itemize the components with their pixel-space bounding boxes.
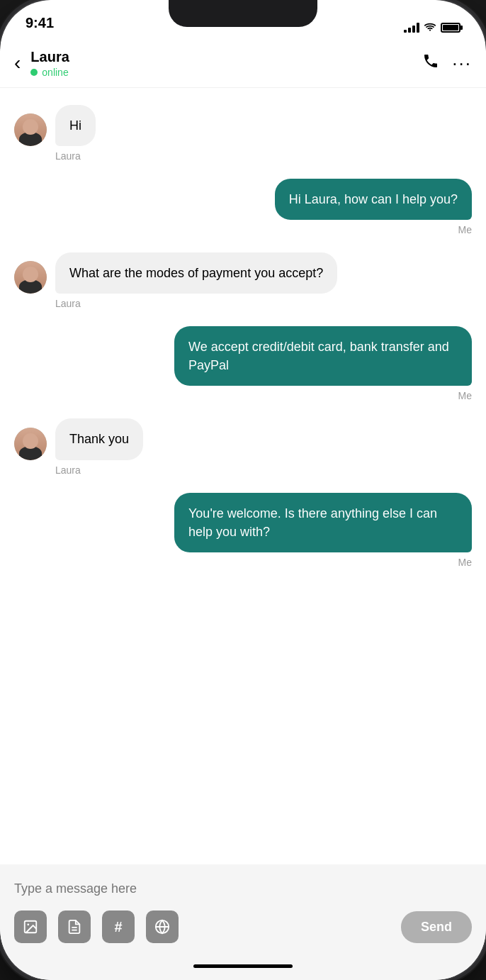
document-button[interactable] (58, 911, 91, 943)
bubble-sent: We accept credit/debit card, bank transf… (174, 326, 472, 386)
message-input[interactable] (14, 876, 472, 902)
bubble-received: Hi (55, 105, 96, 146)
send-button[interactable]: Send (401, 911, 472, 943)
message-row: Hi (14, 105, 472, 146)
online-status-dot (30, 69, 38, 76)
status-time: 9:41 (26, 15, 54, 33)
phone-frame: 9:41 ‹ Laura (0, 0, 486, 980)
message-group: Hi Laura, how can I help you? Me (14, 179, 472, 235)
home-indicator (0, 952, 486, 980)
message-row: Thank you (14, 418, 472, 460)
battery-icon (441, 23, 460, 33)
message-row: Hi Laura, how can I help you? (14, 179, 472, 220)
hashtag-button[interactable]: # (102, 911, 135, 943)
avatar (14, 113, 47, 146)
contact-status: online (30, 67, 422, 78)
notch (169, 0, 317, 27)
hashtag-icon: # (114, 919, 122, 935)
screen: 9:41 ‹ Laura (0, 0, 486, 980)
online-status-text: online (42, 67, 68, 78)
header-actions: ··· (422, 52, 472, 74)
avatar (14, 261, 47, 294)
contact-info: Laura online (30, 48, 422, 78)
message-group: You're welcome. Is there anything else I… (14, 493, 472, 568)
input-toolbar: # Send (14, 911, 472, 943)
message-group: Thank you Laura (14, 418, 472, 475)
more-options-button[interactable]: ··· (452, 54, 472, 72)
sender-label: Laura (55, 298, 472, 309)
message-group: We accept credit/debit card, bank transf… (14, 326, 472, 401)
sender-label: Me (14, 390, 472, 401)
message-row: We accept credit/debit card, bank transf… (14, 326, 472, 386)
signal-bars-icon (404, 23, 419, 33)
bubble-sent: Hi Laura, how can I help you? (275, 179, 472, 220)
contact-name: Laura (30, 48, 422, 65)
chat-header: ‹ Laura online ··· (0, 38, 486, 88)
avatar (14, 428, 47, 460)
bubble-received: What are the modes of payment you accept… (55, 252, 337, 294)
status-icons (404, 23, 460, 33)
wifi-icon (424, 23, 436, 33)
globe-button[interactable] (146, 911, 179, 943)
sender-label: Me (14, 224, 472, 235)
bubble-sent: You're welcome. Is there anything else I… (174, 493, 472, 552)
message-row: You're welcome. Is there anything else I… (14, 493, 472, 552)
sender-label: Laura (55, 464, 472, 476)
home-bar (193, 964, 293, 968)
svg-point-1 (27, 923, 29, 925)
message-row: What are the modes of payment you accept… (14, 252, 472, 294)
back-button[interactable]: ‹ (14, 53, 21, 73)
sender-label: Me (14, 557, 472, 568)
call-button[interactable] (422, 52, 439, 74)
bubble-received: Thank you (55, 418, 143, 460)
message-group: What are the modes of payment you accept… (14, 252, 472, 309)
image-button[interactable] (14, 911, 47, 943)
message-group: Hi Laura (14, 105, 472, 162)
sender-label: Laura (55, 150, 472, 162)
input-area: # Send (0, 864, 486, 952)
chat-area: Hi Laura Hi Laura, how can I help you? M… (0, 88, 486, 864)
